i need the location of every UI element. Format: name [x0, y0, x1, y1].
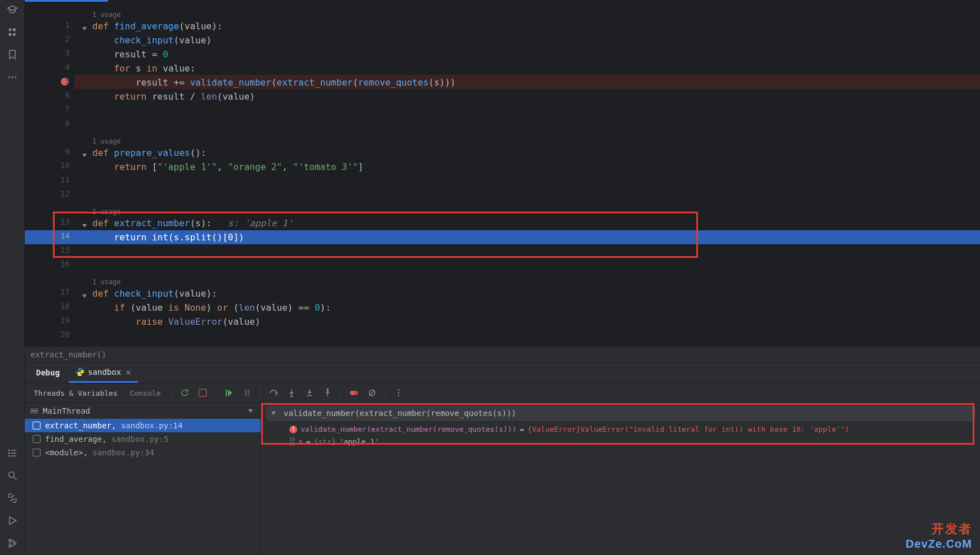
learn-icon[interactable]	[6, 3, 19, 16]
list-icon[interactable]	[6, 447, 19, 459]
thread-name: MainThread	[43, 406, 90, 415]
frames-panel[interactable]: MainThread extract_number, sandbox.py:14…	[25, 403, 261, 555]
variable-row-error[interactable]: ! validate_number(extract_number(remove_…	[261, 423, 980, 435]
more-actions-icon[interactable]	[391, 386, 406, 400]
chevron-down-icon[interactable]	[248, 409, 253, 413]
number: 0	[163, 49, 168, 60]
python-console-icon[interactable]	[6, 492, 19, 504]
function-call: validate_number	[190, 77, 271, 88]
line-number: 3	[42, 48, 70, 57]
python-file-icon	[75, 368, 84, 377]
debug-toolbar: Threads & Variables Console	[25, 383, 980, 403]
variables-panel[interactable]: validate_number(extract_number(remove_qu…	[261, 403, 980, 555]
debug-tool-tabs: Debug sandbox ×	[25, 362, 980, 383]
chevron-down-icon[interactable]	[271, 411, 276, 415]
vcs-icon[interactable]	[6, 537, 19, 549]
code-line[interactable]: return ["'apple 1'", "orange 2", "'tomat…	[92, 160, 980, 174]
code-text	[92, 302, 114, 313]
code-text: (value)	[222, 316, 260, 327]
code-text: (value) ==	[255, 302, 315, 313]
resume-icon[interactable]	[222, 386, 236, 400]
svg-point-0	[8, 28, 11, 31]
tab-console[interactable]: Console	[126, 387, 165, 400]
breadcrumb-item[interactable]: extract_number()	[30, 350, 106, 359]
code-line[interactable]: for s in value:	[92, 61, 980, 75]
bookmark-icon[interactable]	[6, 48, 19, 61]
stop-icon[interactable]	[195, 386, 210, 400]
pause-icon[interactable]	[240, 386, 254, 400]
debug-tab-title[interactable]: Debug	[29, 364, 66, 381]
svg-point-17	[8, 545, 11, 547]
keyword: is None	[168, 302, 206, 313]
fold-chevron-icon[interactable]	[82, 220, 89, 226]
function-name: extract_number	[114, 218, 190, 229]
debug-session-name: sandbox	[88, 368, 121, 377]
code-line[interactable]: check_input(value)	[92, 33, 980, 47]
code-line[interactable]: result = 0	[92, 47, 980, 61]
editor-gutter[interactable]: 1 2 3 4 5 6 7 8 9 10 11 12 13 14 15 16 1…	[25, 0, 81, 359]
evaluate-expression-input[interactable]: validate_number(extract_number(remove_qu…	[266, 405, 975, 421]
code-line[interactable]: if (value is None) or (len(value) == 0):	[92, 301, 980, 315]
threads-icon	[30, 409, 38, 414]
code-line[interactable]: def extract_number(s): s: 'apple 1'	[92, 216, 980, 230]
builtin: len	[239, 302, 255, 313]
code-text	[92, 91, 114, 102]
builtin: len	[201, 91, 217, 102]
search-icon[interactable]	[6, 469, 19, 482]
code-line[interactable]: return result / len(value)	[92, 89, 980, 104]
keyword: raise	[136, 316, 168, 327]
structure-icon[interactable]	[6, 26, 19, 38]
line-number: 2	[42, 34, 70, 43]
code-line[interactable]: result += validate_number(extract_number…	[92, 75, 980, 89]
tab-threads-variables[interactable]: Threads & Variables	[29, 387, 122, 400]
stack-frame[interactable]: find_average, sandbox.py:5	[25, 432, 261, 446]
code-text: (s):	[190, 218, 227, 229]
breadcrumb-bar[interactable]: extract_number()	[25, 346, 980, 362]
code-text	[92, 35, 114, 46]
svg-point-20	[80, 374, 81, 375]
step-into-icon[interactable]	[284, 386, 299, 400]
stack-frame[interactable]: extract_number, sandbox.py:14	[25, 419, 261, 432]
line-number: 20	[42, 330, 70, 339]
svg-rect-1	[12, 28, 15, 31]
frame-icon	[33, 422, 41, 429]
line-number: 7	[42, 105, 70, 114]
line-number: 9	[42, 147, 70, 156]
code-line[interactable]: def prepare_values():	[92, 146, 980, 160]
code-line[interactable]: raise ValueError(value)	[92, 315, 980, 329]
function-name: prepare_values	[114, 147, 190, 158]
fold-chevron-icon[interactable]	[82, 290, 89, 297]
fold-chevron-icon[interactable]	[82, 149, 89, 156]
eval-expression: validate_number(extract_number(remove_qu…	[284, 409, 516, 418]
rerun-icon[interactable]	[177, 386, 192, 400]
frame-location: sandbox.py:34	[92, 448, 154, 457]
frame-function: extract_number	[45, 421, 111, 430]
thread-header[interactable]: MainThread	[25, 403, 261, 419]
step-out-icon[interactable]	[320, 386, 335, 400]
stack-frame[interactable]: <module>, sandbox.py:34	[25, 446, 261, 459]
code-text: (value	[125, 302, 168, 313]
svg-marker-22	[228, 390, 232, 396]
more-icon[interactable]	[6, 71, 19, 83]
code-text: s	[130, 63, 146, 74]
separator	[216, 387, 216, 399]
fold-chevron-icon[interactable]	[82, 23, 89, 29]
error-icon: !	[289, 426, 297, 433]
debug-session-tab[interactable]: sandbox ×	[69, 363, 138, 383]
code-line[interactable]: def find_average(value):	[92, 19, 980, 33]
mute-breakpoints-icon[interactable]	[365, 386, 379, 400]
step-over-icon[interactable]	[266, 386, 281, 400]
run-icon[interactable]	[6, 514, 19, 527]
line-number: 18	[42, 302, 70, 311]
code-editor[interactable]: 1 2 3 4 5 6 7 8 9 10 11 12 13 14 15 16 1…	[25, 0, 980, 359]
binary-icon: 1001	[289, 437, 295, 446]
code-line[interactable]: def check_input(value):	[92, 287, 980, 301]
step-into-my-icon[interactable]	[302, 386, 317, 400]
code-text: ):	[320, 302, 331, 313]
code-line[interactable]: return int(s.split()[0])	[92, 230, 980, 244]
frame-icon	[33, 449, 41, 456]
variable-row[interactable]: 1001 s = {str} 'apple 1'	[261, 435, 980, 447]
line-number: 11	[42, 175, 70, 184]
close-icon[interactable]: ×	[126, 367, 131, 378]
view-breakpoints-icon[interactable]	[347, 386, 361, 400]
